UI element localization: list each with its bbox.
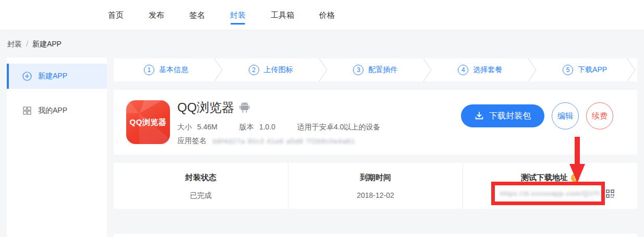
breadcrumb-separator: /: [26, 40, 28, 48]
nav-item-price[interactable]: 价格: [319, 0, 335, 30]
app-icon: QQ浏览器: [126, 100, 170, 144]
step-select-plan[interactable]: 4 选择套餐: [428, 58, 532, 81]
expiry-column: 到期时间 2018-12-02: [288, 163, 463, 209]
step-number: 3: [353, 65, 363, 75]
nav-item-sign[interactable]: 签名: [189, 0, 205, 30]
step-number: 5: [563, 65, 573, 75]
grid-icon: [22, 106, 32, 115]
app-signature-row: 应用签名 b8f4d27a 90c3 41e6 a5d8 7f2b9c0e4a6…: [177, 136, 355, 146]
nav-item-publish[interactable]: 发布: [149, 0, 164, 30]
chevron-separator-icon: [319, 58, 328, 81]
signature-value-masked: b8f4d27a 90c3 41e6 a5d8 7f2b9c0e4a61: [213, 137, 355, 145]
nav-item-package[interactable]: 封装: [230, 0, 246, 30]
compat-text: 适用于安卓4.0以上的设备: [297, 123, 380, 132]
step-label: 基本信息: [159, 65, 188, 75]
sidebar-item-label: 我的APP: [38, 106, 67, 115]
status-card: 封装状态 已完成 到期时间 2018-12-02 测试下载地址 ? https:…: [114, 163, 637, 209]
step-label: 选择套餐: [473, 65, 502, 75]
expiry-title: 到期时间: [360, 173, 391, 183]
step-download-app[interactable]: 5 下载APP: [532, 58, 637, 81]
android-icon: [239, 102, 250, 113]
test-download-url-highlight: https://d.xxxxxapp.com/QUYi: [491, 182, 605, 205]
breadcrumb-new-app: 新建APP: [32, 40, 62, 48]
step-label: 配置插件: [368, 65, 397, 75]
app-info-card: QQ浏览器 QQ浏览器 大小5.46M 版本1.0.0 适用于安卓4.0以上的设…: [114, 90, 637, 155]
step-label: 上传图标: [264, 65, 293, 75]
help-icon[interactable]: ?: [571, 174, 579, 182]
nav-item-home[interactable]: 首页: [108, 0, 124, 30]
chevron-separator-icon: [627, 58, 636, 81]
chevron-separator-icon: [528, 58, 537, 81]
sidebar-item-label: 新建APP: [38, 72, 67, 81]
signature-label: 应用签名: [177, 136, 206, 146]
top-nav: 首页 发布 签名 封装 工具箱 价格: [0, 0, 644, 30]
app-title: QQ浏览器: [177, 99, 234, 116]
step-number: 1: [144, 65, 154, 75]
chevron-separator-icon: [214, 58, 223, 81]
steps-bar: 1 基本信息 2 上传图标 3 配置插件 4 选择套餐 5 下载APP: [114, 58, 637, 81]
version-label: 版本: [239, 123, 254, 131]
step-basic-info[interactable]: 1 基本信息: [114, 58, 218, 81]
package-status-column: 封装状态 已完成: [114, 163, 288, 209]
step-number: 4: [458, 65, 468, 75]
package-status-title: 封装状态: [185, 173, 216, 183]
breadcrumb: 封装/新建APP: [7, 40, 62, 49]
step-label: 下载APP: [578, 65, 607, 75]
qr-code-icon[interactable]: [605, 188, 615, 199]
expiry-value: 2018-12-02: [288, 191, 463, 199]
test-download-url-masked[interactable]: https://d.xxxxxapp.com/QUYi: [500, 189, 601, 197]
sidebar: 新建APP 我的APP: [7, 57, 107, 237]
renew-button[interactable]: 续费: [586, 102, 613, 129]
edit-button[interactable]: 编辑: [552, 102, 579, 129]
step-number: 2: [249, 65, 259, 75]
download-package-button[interactable]: 下载封装包: [461, 104, 544, 127]
step-upload-icon[interactable]: 2 上传图标: [218, 58, 323, 81]
app-icon-label: QQ浏览器: [130, 117, 167, 127]
nav-item-toolbox[interactable]: 工具箱: [271, 0, 294, 30]
sidebar-item-new-app[interactable]: 新建APP: [7, 64, 107, 89]
sidebar-item-my-app[interactable]: 我的APP: [7, 100, 107, 121]
size-value: 5.46M: [197, 123, 217, 131]
next-section-peek: [114, 234, 637, 237]
package-status-value: 已完成: [114, 191, 288, 200]
size-label: 大小: [177, 123, 192, 131]
step-configure-plugins[interactable]: 3 配置插件: [323, 58, 428, 81]
breadcrumb-package[interactable]: 封装: [7, 40, 22, 48]
download-icon: [475, 111, 484, 121]
chevron-separator-icon: [423, 58, 432, 81]
version-value: 1.0.0: [259, 123, 275, 131]
plus-circle-icon: [22, 72, 32, 81]
app-meta-row: 大小5.46M 版本1.0.0 适用于安卓4.0以上的设备: [177, 123, 381, 132]
download-button-label: 下载封装包: [489, 111, 531, 122]
